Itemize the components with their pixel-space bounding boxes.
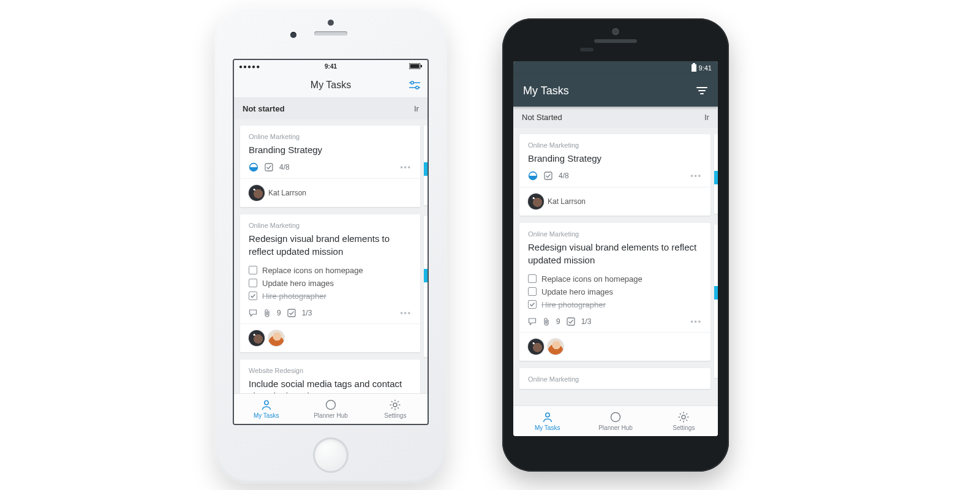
avatar [528,194,544,209]
progress-circle-icon [528,171,538,181]
svg-point-11 [326,401,335,410]
task-title: Branding Strategy [528,153,702,165]
avatar [249,185,265,201]
svg-point-28 [611,413,620,422]
iphone-home-button[interactable] [313,437,349,473]
android-status-bar: 9:41 [513,61,718,75]
checklist-count: 4/8 [559,172,569,180]
subtask-item[interactable]: Update hero images [249,277,412,290]
svg-line-36 [680,420,681,421]
task-list[interactable]: Online Marketing Branding Strategy 4/8 •… [234,119,428,393]
ios-tab-bar: My Tasks Planner Hub Settings [234,393,428,424]
status-time: 9:41 [699,64,712,72]
next-column-peek: In [414,104,419,113]
svg-line-34 [680,413,681,415]
tab-planner-hub[interactable]: Planner Hub [581,406,649,436]
subtask-item[interactable]: Replace icons on homepage [249,264,412,277]
battery-icon [409,63,423,69]
svg-line-18 [398,407,399,409]
subtask-item[interactable]: Hire photographer [528,298,702,311]
battery-icon [692,64,696,72]
tab-settings[interactable]: Settings [363,394,428,424]
signal-dots-icon: ●●●●● [239,63,260,70]
svg-point-27 [545,413,549,417]
filter-icon[interactable] [696,86,708,96]
task-card[interactable]: Online Marketing Branding Strategy 4/8 •… [240,126,420,207]
progress-circle-icon [249,162,258,172]
more-icon[interactable]: ••• [690,172,702,180]
checklist-count: 4/8 [279,163,290,172]
task-category: Online Marketing [528,141,702,149]
task-list[interactable]: Online Marketing Branding Strategy 4/8 •… [513,128,718,405]
svg-point-4 [411,81,413,83]
tab-label: My Tasks [535,424,560,431]
task-category: Online Marketing [249,222,412,229]
checklist-count: 1/3 [581,317,592,326]
gear-icon [677,411,690,423]
next-column-card-peek [424,126,428,205]
svg-line-20 [398,401,399,402]
column-header: Not started In [234,98,428,119]
task-title: Include social media tags and contact sh… [249,378,412,393]
svg-rect-8 [265,164,273,171]
next-column-peek: In [704,113,709,122]
subtask-list: Replace icons on homepage Update hero im… [249,264,412,303]
ios-status-bar: ●●●●● 9:41 [234,60,428,72]
svg-point-10 [264,401,268,404]
more-icon[interactable]: ••• [690,317,702,326]
task-card[interactable]: Online Marketing Branding Strategy 4/8 •… [519,134,710,216]
android-app-bar: My Tasks [513,75,718,107]
comment-icon [249,309,257,317]
task-card[interactable]: Website Redesign Include social media ta… [240,360,420,393]
avatar [528,339,544,355]
subtask-item[interactable]: Update hero images [528,285,702,298]
tab-settings[interactable]: Settings [650,406,718,436]
tab-planner-hub[interactable]: Planner Hub [298,394,363,424]
avatar [268,330,284,346]
tab-label: Planner Hub [314,412,348,419]
subtask-item[interactable]: Hire photographer [249,290,412,303]
tab-label: Settings [384,412,406,419]
comment-icon [528,317,537,326]
assignee-row [528,339,702,355]
checklist-icon [287,309,296,317]
task-card[interactable]: Online Marketing [519,368,710,389]
attachment-count: 9 [277,309,281,317]
checklist-icon [544,172,552,180]
page-title: My Tasks [523,85,569,97]
more-icon[interactable]: ••• [400,309,412,317]
svg-rect-25 [545,172,552,179]
next-column-card-peek [424,216,428,357]
checklist-count: 1/3 [302,309,312,317]
task-title: Redesign visual brand elements to reflec… [249,233,412,258]
assignee-row [249,330,412,346]
planner-hub-icon [325,399,337,411]
column-header: Not Started In [513,107,718,128]
attachment-icon [263,309,271,317]
svg-line-19 [391,407,393,409]
person-icon [260,399,273,411]
subtask-item[interactable]: Replace icons on homepage [528,273,702,285]
tab-my-tasks[interactable]: My Tasks [513,406,581,436]
person-icon [541,411,554,423]
tab-my-tasks[interactable]: My Tasks [234,394,298,424]
filter-icon[interactable] [408,80,421,91]
attachment-icon [543,317,550,326]
next-column-card-peek [714,225,718,378]
task-card[interactable]: Online Marketing Redesign visual brand e… [519,223,710,361]
task-category: Online Marketing [528,375,702,383]
svg-line-35 [687,420,688,421]
ios-screen: ●●●●● 9:41 My Tasks Not started In O [233,59,429,425]
task-category: Website Redesign [249,367,412,374]
task-title: Redesign visual brand elements to reflec… [528,241,702,266]
task-card[interactable]: Online Marketing Redesign visual brand e… [240,214,420,352]
more-icon[interactable]: ••• [400,163,412,172]
column-title: Not Started [522,113,562,122]
svg-line-37 [687,413,688,415]
status-time: 9:41 [325,63,337,70]
next-column-card-peek [714,134,718,214]
assignee-row: Kat Larrson [528,194,702,209]
ios-nav-bar: My Tasks [234,72,428,98]
assignee-name: Kat Larrson [548,197,586,206]
planner-hub-icon [609,411,622,423]
